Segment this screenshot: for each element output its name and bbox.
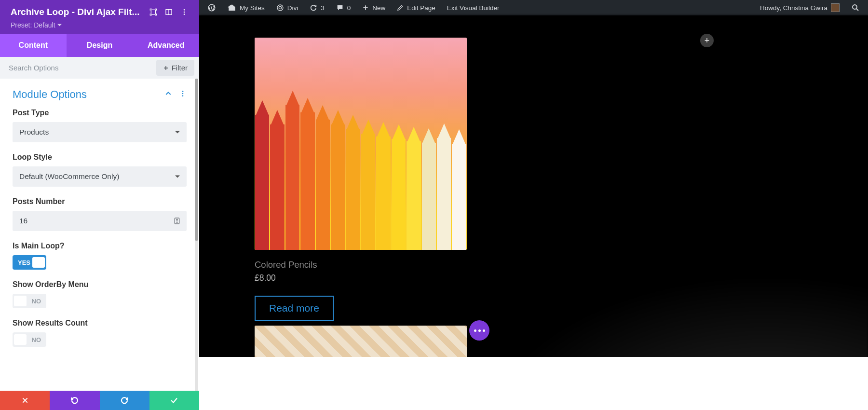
product-card: Colored Pencils £8.00 Read more — [255, 38, 467, 383]
updates-count: 3 — [321, 4, 325, 12]
filter-label: Filter — [172, 64, 188, 72]
chevron-up-icon[interactable] — [164, 90, 172, 99]
scrollbar-thumb[interactable] — [195, 79, 198, 241]
field-show-results-count: Show Results Count NO — [13, 319, 187, 347]
svg-point-22 — [853, 5, 857, 9]
is-main-loop-toggle[interactable]: YES — [13, 255, 46, 270]
edit-page-link[interactable]: Edit Page — [393, 0, 440, 15]
field-is-main-loop: Is Main Loop? YES — [13, 242, 187, 270]
new-label: New — [372, 4, 385, 12]
exit-visual-builder-label: Exit Visual Builder — [447, 4, 500, 12]
kebab-menu-icon[interactable] — [180, 8, 189, 16]
svg-point-19 — [279, 6, 281, 9]
search-input[interactable] — [0, 57, 156, 79]
expand-icon[interactable] — [149, 8, 158, 16]
preset-label: Preset: Default — [11, 21, 55, 29]
add-section-button[interactable]: + — [700, 34, 714, 47]
tab-design[interactable]: Design — [67, 34, 133, 57]
toggle-no-label: NO — [32, 336, 41, 343]
product-title[interactable]: Colored Pencils — [255, 260, 467, 270]
panel-header: Archive Loop - Divi Ajax Filt... Preset:… — [0, 0, 199, 34]
toggle-knob — [32, 257, 45, 268]
svg-point-10 — [182, 95, 184, 96]
panel-footer — [0, 391, 199, 410]
svg-point-9 — [182, 93, 184, 95]
product-image[interactable] — [255, 38, 467, 250]
site-name-label: Divi — [287, 4, 298, 12]
discard-button[interactable] — [0, 391, 50, 410]
svg-rect-0 — [151, 10, 155, 14]
product-price: £8.00 — [255, 273, 467, 283]
post-type-label: Post Type — [13, 109, 187, 117]
admin-search-icon[interactable] — [847, 0, 864, 15]
svg-line-23 — [856, 9, 858, 11]
add-filter-button[interactable]: Filter — [156, 60, 194, 76]
undo-button[interactable] — [50, 391, 99, 410]
my-sites-link[interactable]: My Sites — [223, 0, 269, 15]
comments-count: 0 — [347, 4, 351, 12]
field-posts-number: Posts Number — [13, 197, 187, 231]
panel-title: Archive Loop - Divi Ajax Filt... — [11, 7, 142, 17]
settings-panel: Archive Loop - Divi Ajax Filt... Preset:… — [0, 0, 199, 410]
updates-link[interactable]: 3 — [305, 0, 329, 15]
tab-bar: Content Design Advanced — [0, 34, 199, 57]
read-more-button[interactable]: Read more — [255, 296, 334, 321]
letterbox-void — [199, 357, 868, 410]
exit-visual-builder-link[interactable]: Exit Visual Builder — [443, 0, 504, 15]
pencils-illustration — [255, 96, 467, 250]
svg-point-5 — [184, 14, 185, 15]
svg-point-3 — [184, 9, 185, 11]
posts-number-label: Posts Number — [13, 197, 187, 206]
field-loop-style: Loop Style Default (WooCommerce Only) — [13, 153, 187, 187]
wp-logo-icon[interactable] — [203, 0, 220, 15]
show-orderby-toggle[interactable]: NO — [13, 294, 46, 308]
section-title: Module Options — [13, 88, 87, 101]
edit-page-label: Edit Page — [407, 4, 435, 12]
module-actions-button[interactable] — [469, 320, 489, 341]
section-header[interactable]: Module Options — [0, 79, 199, 101]
preset-selector[interactable]: Preset: Default — [11, 21, 189, 29]
toggle-no-label: NO — [32, 298, 41, 305]
svg-point-8 — [182, 91, 184, 92]
is-main-loop-label: Is Main Loop? — [13, 242, 187, 250]
loop-style-select[interactable]: Default (WooCommerce Only) — [13, 166, 187, 187]
tab-advanced[interactable]: Advanced — [133, 34, 199, 57]
layout-columns-icon[interactable] — [164, 8, 173, 16]
my-sites-label: My Sites — [240, 4, 265, 12]
toggle-knob — [14, 296, 27, 306]
svg-point-4 — [184, 12, 185, 13]
post-type-select[interactable]: Products — [13, 122, 187, 142]
comments-link[interactable]: 0 — [332, 0, 355, 15]
site-name-link[interactable]: Divi — [272, 0, 303, 15]
field-post-type: Post Type Products — [13, 109, 187, 142]
posts-number-input[interactable] — [13, 211, 187, 231]
new-link[interactable]: New — [358, 0, 390, 15]
tab-content[interactable]: Content — [0, 34, 67, 57]
howdy-label: Howdy, Christina Gwira — [760, 4, 827, 12]
field-show-orderby: Show OrderBy Menu NO — [13, 280, 187, 308]
show-orderby-label: Show OrderBy Menu — [13, 280, 187, 289]
avatar — [831, 3, 840, 12]
options-menu-icon[interactable] — [179, 90, 187, 99]
redo-button[interactable] — [100, 391, 149, 410]
toggle-knob — [14, 334, 27, 345]
save-button[interactable] — [149, 391, 199, 410]
svg-point-18 — [277, 5, 283, 11]
number-stepper-icon[interactable] — [173, 217, 181, 225]
page-preview: My Sites Divi 3 0 New Edit Page Exit Vis… — [199, 0, 868, 410]
search-row: Filter — [0, 57, 199, 79]
toggle-yes-label: YES — [18, 259, 30, 266]
account-link[interactable]: Howdy, Christina Gwira — [756, 0, 844, 15]
show-results-count-label: Show Results Count — [13, 319, 187, 328]
options-list: Post Type Products Loop Style Default (W… — [0, 101, 199, 391]
loop-style-label: Loop Style — [13, 153, 187, 162]
show-results-count-toggle[interactable]: NO — [13, 332, 46, 347]
wp-admin-bar: My Sites Divi 3 0 New Edit Page Exit Vis… — [199, 0, 868, 15]
